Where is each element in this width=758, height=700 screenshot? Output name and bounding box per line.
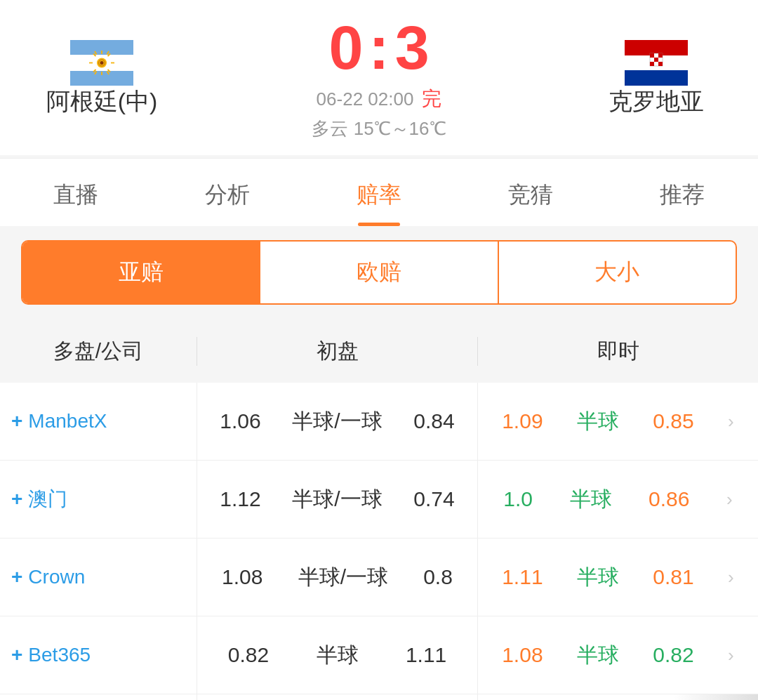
plus-icon: + — [11, 488, 22, 510]
match-datetime: 06-22 02:00 — [317, 88, 414, 110]
svg-rect-18 — [625, 40, 688, 55]
live-crown: 1.11 半球 0.81 › — [478, 539, 758, 616]
live-mid-bet365: 半球 — [577, 641, 619, 670]
svg-rect-24 — [654, 58, 658, 62]
live-yishengbo: 1.12 半球 0.83 › — [478, 694, 758, 700]
live-mid-macau: 半球 — [570, 485, 612, 514]
initial-left-manbetx: 1.06 — [220, 409, 260, 433]
company-crown[interactable]: + Crown — [0, 566, 197, 588]
tab-odds[interactable]: 赔率 — [303, 159, 455, 226]
company-macau[interactable]: + 澳门 — [0, 486, 197, 513]
live-mid-crown: 半球 — [577, 563, 619, 592]
live-right-crown: 0.81 — [653, 565, 693, 589]
initial-mid-manbetx: 半球/一球 — [292, 407, 382, 436]
initial-left-macau: 1.12 — [220, 487, 260, 511]
live-right-macau: 0.86 — [649, 487, 689, 511]
subtab-size[interactable]: 大小 — [499, 242, 736, 303]
table-row: + Crown 1.08 半球/一球 0.8 1.11 半球 0.81 › — [0, 539, 758, 616]
initial-mid-crown: 半球/一球 — [298, 563, 388, 592]
svg-rect-23 — [658, 53, 663, 58]
arrow-icon: › — [728, 411, 734, 432]
initial-right-crown: 0.8 — [423, 565, 453, 589]
svg-rect-22 — [650, 53, 654, 58]
subtab-asian[interactable]: 亚赔 — [22, 242, 260, 303]
croatia-flag — [625, 40, 688, 86]
initial-right-macau: 0.74 — [413, 487, 454, 511]
arrow-icon: › — [728, 567, 734, 588]
table-row: + Bet365 0.82 半球 1.11 1.08 半球 0.82 › — [0, 616, 758, 694]
company-bet365[interactable]: + Bet365 — [0, 644, 197, 666]
live-right-manbetx: 0.85 — [653, 409, 693, 433]
svg-rect-20 — [625, 70, 688, 86]
overlay — [674, 694, 758, 700]
table-row: + ManbetX 1.06 半球/一球 0.84 1.09 半球 0.85 › — [0, 383, 758, 461]
live-left-bet365: 1.08 — [502, 643, 543, 667]
initial-right-manbetx: 0.84 — [413, 409, 454, 433]
subtabs: 亚赔 欧赔 大小 — [21, 240, 737, 305]
table-row: + 澳门 1.12 半球/一球 0.74 1.0 半球 0.86 › — [0, 461, 758, 539]
tab-live[interactable]: 直播 — [0, 159, 152, 226]
arrow-icon: › — [726, 489, 733, 510]
score-left: 0 — [328, 17, 363, 79]
tab-guess[interactable]: 竞猜 — [455, 159, 606, 226]
plus-icon: + — [11, 566, 22, 588]
initial-bet365: 0.82 半球 1.11 — [197, 616, 478, 694]
svg-rect-26 — [658, 62, 663, 66]
team-right-name: 克罗地亚 — [609, 86, 704, 118]
svg-point-17 — [100, 61, 104, 65]
tab-analysis[interactable]: 分析 — [152, 159, 303, 226]
match-header: 阿根廷(中) 0 : 3 06-22 02:00 完 多云 15℃～16℃ — [0, 0, 758, 155]
live-manbetx: 1.09 半球 0.85 › — [478, 383, 758, 460]
score-colon: : — [368, 17, 389, 79]
subtab-european[interactable]: 欧赔 — [260, 242, 498, 303]
initial-mid-macau: 半球/一球 — [292, 485, 382, 514]
tab-recommend[interactable]: 推荐 — [606, 159, 758, 226]
score-right: 3 — [395, 17, 430, 79]
match-info: 06-22 02:00 完 — [317, 86, 442, 112]
tabs-bar: 直播 分析 赔率 竞猜 推荐 — [0, 158, 758, 226]
initial-manbetx: 1.06 半球/一球 0.84 — [197, 383, 478, 460]
live-left-manbetx: 1.09 — [502, 409, 543, 433]
svg-rect-25 — [650, 62, 654, 66]
initial-crown: 1.08 半球/一球 0.8 — [197, 539, 478, 616]
plus-icon: + — [11, 410, 22, 432]
arrow-icon: › — [728, 645, 734, 666]
live-bet365: 1.08 半球 0.82 › — [478, 616, 758, 694]
live-mid-manbetx: 半球 — [577, 407, 619, 436]
initial-macau: 1.12 半球/一球 0.74 — [197, 461, 478, 538]
live-left-crown: 1.11 — [502, 565, 543, 589]
initial-yishengbo: 0.81 半球 1.11 — [197, 694, 478, 700]
header-initial: 初盘 — [197, 337, 478, 366]
team-right: 克罗地亚 — [568, 40, 744, 118]
plus-icon: + — [11, 644, 22, 666]
initial-left-crown: 1.08 — [222, 565, 262, 589]
live-macau: 1.0 半球 0.86 › — [478, 461, 758, 538]
table-header: 多盘/公司 初盘 即时 — [0, 320, 758, 383]
team-left-name: 阿根廷(中) — [46, 86, 158, 118]
header-company: 多盘/公司 — [0, 337, 197, 366]
match-status: 完 — [422, 86, 441, 112]
match-weather: 多云 15℃～16℃ — [312, 117, 446, 141]
initial-left-bet365: 0.82 — [228, 643, 269, 667]
live-right-bet365: 0.82 — [653, 643, 693, 667]
argentina-flag — [70, 40, 133, 86]
header-live: 即时 — [478, 337, 758, 366]
subtabs-container: 亚赔 欧赔 大小 — [0, 226, 758, 319]
company-manbetx[interactable]: + ManbetX — [0, 410, 197, 432]
score-center: 0 : 3 06-22 02:00 完 多云 15℃～16℃ — [190, 17, 568, 141]
team-left: 阿根廷(中) — [14, 40, 190, 118]
live-left-macau: 1.0 — [503, 487, 533, 511]
table-row: + 易胜博 0.81 半球 1.11 1.12 半球 0.83 › — [0, 694, 758, 700]
initial-right-bet365: 1.11 — [406, 643, 446, 667]
initial-mid-bet365: 半球 — [317, 641, 359, 670]
